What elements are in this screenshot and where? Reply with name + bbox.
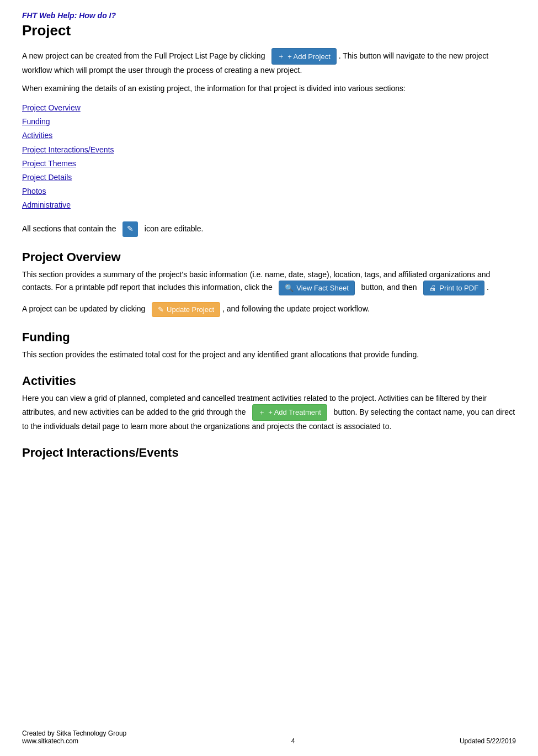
print-icon: 🖨 (429, 284, 436, 292)
print-to-pdf-button[interactable]: 🖨 Print to PDF (423, 281, 484, 295)
activities-heading: Activities (22, 374, 516, 388)
view-fact-sheet-button[interactable]: 🔍 View Fact Sheet (279, 281, 354, 295)
page-title: Project (22, 22, 516, 39)
project-interactions-section: Project Interactions/Events (22, 446, 516, 460)
editable-note: All sections that contain the ✎ icon are… (22, 221, 516, 237)
toc-link-administrative[interactable]: Administrative (22, 198, 516, 212)
toc-link-project-details[interactable]: Project Details (22, 171, 516, 184)
toc-link-project-interactions[interactable]: Project Interactions/Events (22, 143, 516, 157)
activities-section: Activities Here you can view a grid of p… (22, 374, 516, 432)
update-project-button[interactable]: ✎ Update Project (152, 302, 220, 317)
footer-page-number: 4 (126, 737, 460, 745)
page-footer: Created by Sitka Technology Group www.si… (22, 729, 516, 745)
toc-link-funding[interactable]: Funding (22, 115, 516, 129)
activities-para1: Here you can view a grid of planned, com… (22, 393, 516, 432)
toc-link-project-overview[interactable]: Project Overview (22, 101, 516, 115)
toc-link-photos[interactable]: Photos (22, 184, 516, 198)
add-treatment-plus-icon: ＋ (258, 408, 265, 417)
toc-link-activities[interactable]: Activities (22, 129, 516, 142)
toc-link-project-themes[interactable]: Project Themes (22, 157, 516, 171)
project-interactions-heading: Project Interactions/Events (22, 446, 516, 460)
update-icon: ✎ (158, 305, 164, 314)
footer-right: Updated 5/22/2019 (460, 737, 516, 745)
project-overview-para2: A project can be updated by clicking ✎ U… (22, 302, 516, 317)
intro-para2: When examining the details of an existin… (22, 83, 516, 94)
edit-pencil-icon: ✎ (122, 221, 138, 237)
project-overview-para1: This section provides a summary of the p… (22, 269, 516, 295)
intro-para1: A new project can be created from the Fu… (22, 48, 516, 76)
add-project-button[interactable]: ＋ + Add Project (271, 48, 337, 65)
funding-section: Funding This section provides the estima… (22, 330, 516, 361)
add-treatment-button[interactable]: ＋ + Add Treatment (252, 404, 327, 421)
project-overview-section: Project Overview This section provides a… (22, 250, 516, 317)
search-icon: 🔍 (285, 284, 294, 292)
project-overview-heading: Project Overview (22, 250, 516, 265)
funding-para1: This section provides the estimated tota… (22, 349, 516, 361)
plus-icon: ＋ (278, 51, 285, 61)
table-of-contents: Project Overview Funding Activities Proj… (22, 101, 516, 213)
intro-para1-before: A new project can be created from the Fu… (22, 51, 265, 60)
footer-left: Created by Sitka Technology Group www.si… (22, 729, 126, 745)
funding-heading: Funding (22, 330, 516, 345)
fht-header-label: FHT Web Help: How do I? (22, 11, 516, 20)
